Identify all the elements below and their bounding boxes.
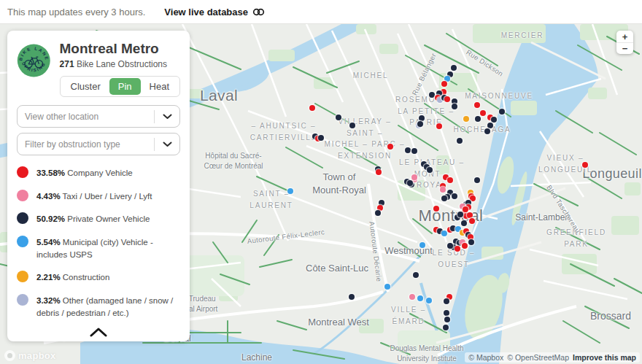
panel-title: Montreal Metro <box>60 41 180 57</box>
map-pin[interactable] <box>427 167 433 173</box>
dropdowns: View other locationFilter by obstruction… <box>7 97 190 157</box>
map-pin[interactable] <box>444 298 449 304</box>
map-pin[interactable] <box>441 231 447 236</box>
obstruction-count: 271 Bike Lane Obstructions <box>60 59 180 69</box>
map-pin[interactable] <box>349 294 355 300</box>
map-pin[interactable] <box>455 246 460 252</box>
map-pin[interactable] <box>487 123 493 128</box>
legend-dot <box>17 236 28 247</box>
map-pin[interactable] <box>387 144 393 150</box>
map-pin[interactable] <box>375 210 381 216</box>
map-pin[interactable] <box>461 220 467 226</box>
map-pin[interactable] <box>463 206 468 212</box>
map-pin[interactable] <box>441 81 447 87</box>
top-bar: This map updates every 3 hours. View liv… <box>0 0 642 24</box>
legend-label: 4.43% Taxi / Uber / Livery / Lyft <box>36 190 152 203</box>
map-pin[interactable] <box>407 180 413 186</box>
map-pin[interactable] <box>443 325 449 330</box>
map-pin[interactable] <box>309 105 315 111</box>
zoom-in-button[interactable]: + <box>616 31 633 42</box>
map-pin[interactable] <box>463 116 469 122</box>
map-pin[interactable] <box>444 310 449 316</box>
map-pin[interactable] <box>376 169 382 175</box>
map-pin[interactable] <box>429 92 435 98</box>
mapbox-logo[interactable]: mapbox <box>4 350 56 361</box>
mapbox-logo-word: mapbox <box>18 350 56 361</box>
legend: 33.58% Company Vehicle4.43% Taxi / Uber … <box>7 160 190 324</box>
map-attribution: © Mapbox © OpenStreetMap Improve this ma… <box>465 352 640 363</box>
map-pin[interactable] <box>474 177 480 183</box>
legend-label: 2.21% Construction <box>36 271 109 284</box>
legend-dot <box>17 190 28 201</box>
map-pin[interactable] <box>417 295 423 301</box>
map-pin[interactable] <box>582 162 588 168</box>
map-pin[interactable] <box>436 123 442 129</box>
map-pin[interactable] <box>457 212 463 217</box>
map-pin[interactable] <box>287 188 293 194</box>
toggle-pin[interactable]: Pin <box>109 78 141 95</box>
mapbox-attribution-link[interactable]: © Mapbox <box>468 353 503 362</box>
map-pin[interactable] <box>474 102 480 108</box>
obstruction-count-number: 271 <box>60 59 74 69</box>
map-pin[interactable] <box>336 115 341 120</box>
map-pin[interactable] <box>433 206 439 212</box>
chevron-down-icon <box>155 114 179 120</box>
zoom-out-button[interactable]: − <box>616 42 633 54</box>
app-window: LavalMontréalLongueuilPointe-ClaireDorva… <box>0 0 642 364</box>
map-pin[interactable] <box>349 123 355 128</box>
map-pin[interactable] <box>411 174 417 180</box>
map-pin[interactable] <box>411 148 417 154</box>
info-panel: BIKE LANE UPRISING Montreal Metro 271 Bi… <box>7 31 190 341</box>
map-pin[interactable] <box>417 121 423 127</box>
zoom-control: + − <box>616 31 633 54</box>
map-pin[interactable] <box>405 147 411 153</box>
map-pin[interactable] <box>467 212 473 218</box>
map-pin[interactable] <box>447 243 453 249</box>
obstruction-count-label: Bike Lane Obstructions <box>74 59 167 69</box>
legend-dot <box>17 294 28 306</box>
map-pin[interactable] <box>419 115 425 121</box>
legend-row: 50.92% Private Owner Vehicle <box>17 207 180 231</box>
map-pin[interactable] <box>468 239 474 245</box>
map-pin[interactable] <box>452 193 457 199</box>
map-pin[interactable] <box>444 96 450 102</box>
map-pin[interactable] <box>441 195 447 201</box>
toggle-cluster[interactable]: Cluster <box>62 78 109 95</box>
map-pin[interactable] <box>444 317 450 322</box>
map-pin[interactable] <box>451 65 457 71</box>
legend-label: 33.58% Company Vehicle <box>36 166 133 179</box>
map-pin[interactable] <box>419 242 425 248</box>
view-toggle-group: ClusterPinHeat <box>60 76 180 97</box>
bike-lane-uprising-logo: BIKE LANE UPRISING <box>17 39 51 82</box>
map-pin[interactable] <box>384 284 390 290</box>
dropdown-location[interactable]: View other location <box>17 105 180 128</box>
legend-dot <box>17 166 28 178</box>
map-pin[interactable] <box>426 298 432 303</box>
map-pin[interactable] <box>452 104 457 109</box>
map-pin[interactable] <box>469 218 475 224</box>
map-pin[interactable] <box>447 177 453 183</box>
map-pin[interactable] <box>475 116 481 122</box>
legend-row: 4.43% Taxi / Uber / Livery / Lyft <box>17 185 180 208</box>
dropdown-placeholder: Filter by obstruction type <box>18 139 154 150</box>
map-pin[interactable] <box>462 243 468 249</box>
toggle-heat[interactable]: Heat <box>141 78 178 95</box>
map-pin[interactable] <box>413 272 419 278</box>
chevron-down-icon <box>155 142 179 147</box>
view-live-database-link[interactable]: View live database <box>164 7 265 18</box>
collapse-panel-button[interactable] <box>7 324 190 338</box>
mapbox-logo-icon <box>4 350 15 361</box>
map-pin[interactable] <box>409 294 415 300</box>
legend-row: 33.58% Company Vehicle <box>17 161 180 185</box>
improve-map-link[interactable]: Improve this map <box>573 353 636 362</box>
osm-attribution-link[interactable]: © OpenStreetMap <box>507 353 569 362</box>
legend-label: 3.32% Other (damaged lane / snow / debri… <box>36 294 180 319</box>
map-pin[interactable] <box>480 110 486 116</box>
map-pin[interactable] <box>484 128 490 134</box>
map-pin[interactable] <box>318 135 324 141</box>
dropdown-obstruction-type[interactable]: Filter by obstruction type <box>17 133 180 155</box>
map-pin[interactable] <box>457 138 463 144</box>
map-pin[interactable] <box>499 109 505 115</box>
map-pin[interactable] <box>440 187 446 193</box>
map-pin[interactable] <box>491 117 497 123</box>
